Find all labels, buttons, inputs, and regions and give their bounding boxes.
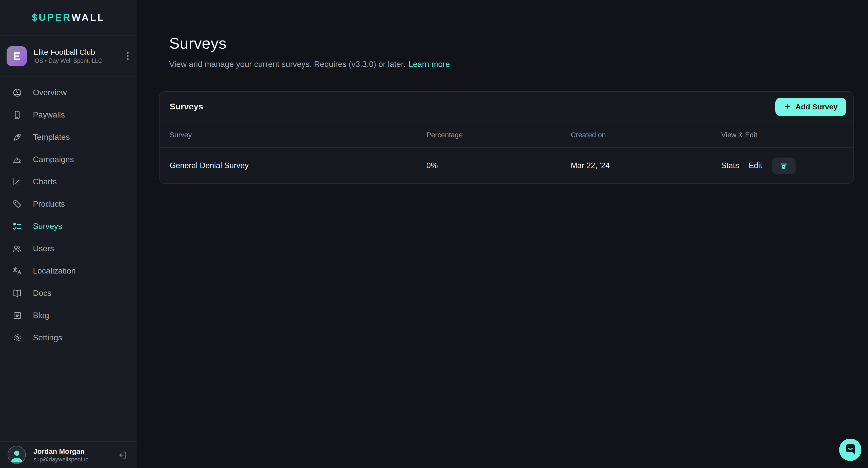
panel-title: Surveys: [169, 101, 203, 112]
kebab-menu-icon[interactable]: [126, 50, 130, 62]
cell-survey-name: General Denial Survey: [169, 161, 426, 170]
account-name: Elite Football Club: [33, 48, 120, 56]
newspaper-icon: [12, 310, 22, 321]
cell-percentage: 0%: [426, 161, 571, 170]
chat-messenger-button[interactable]: [839, 439, 861, 461]
table-row: General Denial Survey 0% Mar 22, '24 Sta…: [159, 148, 853, 183]
sidebar-item-blog[interactable]: Blog: [0, 304, 137, 327]
column-header-created-on: Created on: [571, 131, 721, 139]
edit-link[interactable]: Edit: [749, 161, 762, 170]
split-arrow-icon: [12, 154, 22, 165]
sidebar-item-overview[interactable]: Overview: [0, 82, 137, 104]
sidebar-item-surveys[interactable]: Surveys: [0, 215, 137, 238]
superwall-logo: $UPERWALL: [0, 0, 137, 36]
column-header-percentage: Percentage: [426, 131, 571, 139]
learn-more-link[interactable]: Learn more: [408, 60, 450, 68]
sidebar-item-label: Docs: [33, 289, 52, 298]
sidebar-item-campaigns[interactable]: Campaigns: [0, 148, 137, 171]
page-subtitle: View and manage your current surveys. Re…: [169, 59, 854, 70]
sidebar-item-users[interactable]: Users: [0, 238, 137, 260]
sidebar-item-localization[interactable]: Localization: [0, 260, 137, 282]
column-header-survey: Survey: [169, 131, 426, 139]
user-texts: Jordan Morgan sup@daywellspent.io: [33, 447, 111, 463]
gear-icon: [12, 333, 22, 343]
smartphone-icon: [12, 110, 22, 120]
sidebar-item-label: Localization: [33, 267, 76, 276]
sidebar-item-label: Settings: [33, 333, 62, 342]
sidebar-spacer: [0, 354, 137, 441]
sidebar: $UPERWALL E Elite Football Club iOS • Da…: [0, 0, 137, 468]
sidebar-item-label: Users: [33, 244, 54, 253]
user-avatar: [8, 446, 26, 464]
account-switcher[interactable]: E Elite Football Club iOS • Day Well Spe…: [0, 36, 137, 76]
sidebar-item-label: Campaigns: [33, 155, 74, 164]
column-header-view-edit: View & Edit: [721, 131, 853, 139]
trash-icon: [779, 161, 788, 170]
panel-header: Surveys Add Survey: [159, 92, 853, 122]
app-avatar: E: [7, 46, 27, 66]
account-texts: Elite Football Club iOS • Day Well Spent…: [33, 48, 120, 64]
sidebar-item-charts[interactable]: Charts: [0, 171, 137, 193]
user-email: sup@daywellspent.io: [33, 456, 111, 463]
sidebar-item-label: Overview: [33, 88, 67, 97]
delete-survey-button[interactable]: [772, 157, 796, 174]
checklist-icon: [12, 221, 22, 231]
book-open-icon: [12, 288, 22, 298]
plus-icon: [784, 103, 791, 111]
sidebar-item-products[interactable]: Products: [0, 193, 137, 215]
logo-accent-text: $UPER: [32, 12, 72, 23]
add-survey-button[interactable]: Add Survey: [775, 97, 846, 116]
sidebar-item-label: Paywalls: [33, 111, 65, 120]
pie-chart-icon: [12, 88, 22, 98]
sidebar-item-label: Surveys: [33, 222, 62, 231]
surveys-panel: Surveys Add Survey Survey Percentage Cre…: [159, 91, 854, 184]
sidebar-item-label: Products: [33, 199, 65, 209]
table-header-row: Survey Percentage Created on View & Edit: [159, 122, 853, 148]
page-subtitle-text: View and manage your current surveys. Re…: [169, 60, 405, 68]
sidebar-item-docs[interactable]: Docs: [0, 282, 137, 304]
sidebar-item-label: Templates: [33, 133, 70, 142]
rocket-icon: [12, 132, 22, 142]
logo-rest-text: WALL: [72, 12, 105, 23]
users-icon: [12, 244, 22, 254]
user-name: Jordan Morgan: [33, 447, 111, 455]
tag-icon: [12, 199, 22, 209]
cell-created-on: Mar 22, '24: [571, 161, 721, 170]
cell-actions: Stats Edit: [721, 157, 853, 174]
logout-icon[interactable]: [118, 450, 128, 460]
sidebar-item-templates[interactable]: Templates: [0, 126, 137, 148]
account-meta: iOS • Day Well Spent, LLC: [33, 58, 120, 64]
line-chart-icon: [12, 177, 22, 187]
sidebar-item-label: Charts: [33, 177, 57, 186]
user-profile[interactable]: Jordan Morgan sup@daywellspent.io: [0, 441, 137, 468]
add-survey-label: Add Survey: [795, 102, 838, 111]
sidebar-nav: Overview Paywalls Templates Campaigns: [0, 76, 137, 354]
sidebar-item-paywalls[interactable]: Paywalls: [0, 104, 137, 126]
app: $UPERWALL E Elite Football Club iOS • Da…: [0, 0, 868, 468]
chat-bubble-icon: [839, 439, 861, 461]
translate-icon: [12, 266, 22, 276]
main-content: Surveys View and manage your current sur…: [137, 0, 868, 468]
sidebar-item-label: Blog: [33, 311, 49, 320]
sidebar-item-settings[interactable]: Settings: [0, 327, 137, 349]
page-title: Surveys: [169, 34, 854, 53]
stats-link[interactable]: Stats: [721, 161, 739, 170]
